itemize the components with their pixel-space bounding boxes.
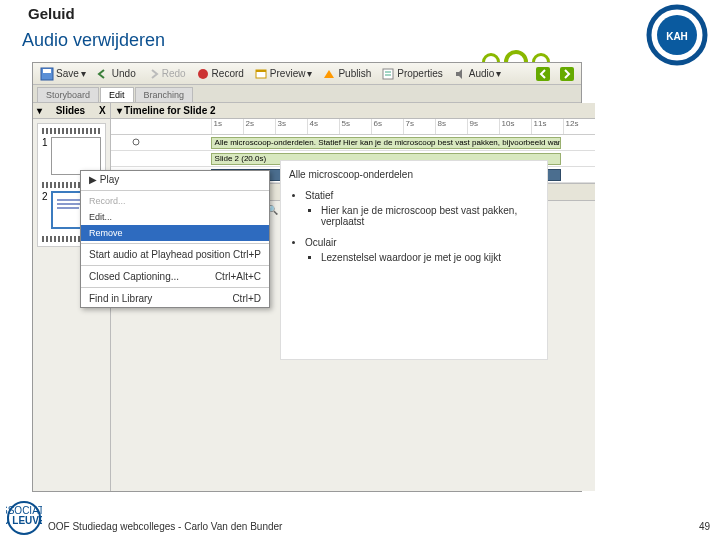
svg-rect-7 bbox=[256, 70, 266, 72]
tab-branching[interactable]: Branching bbox=[135, 87, 194, 102]
association-logo: ASSOCIATIEKU LEUVEN bbox=[6, 500, 42, 536]
tab-storyboard[interactable]: Storyboard bbox=[37, 87, 99, 102]
menu-find-library[interactable]: Find in LibraryCtrl+D bbox=[81, 290, 269, 307]
page-title: Audio verwijderen bbox=[22, 30, 165, 51]
timeline-title: Timeline for Slide 2 bbox=[124, 105, 216, 116]
caption-clip: Alle microscoop-onderdelen. Statief Hier… bbox=[211, 137, 561, 149]
list-item: Oculair Lezenstelsel waardoor je met je … bbox=[305, 237, 539, 263]
svg-text:KU LEUVEN: KU LEUVEN bbox=[6, 515, 42, 526]
menu-record: Record... bbox=[81, 193, 269, 209]
slide-canvas: Alle microscoop-onderdelen Statief Hier … bbox=[280, 160, 548, 360]
preview-button[interactable]: Preview▾ bbox=[250, 66, 317, 82]
main-toolbar: Save▾ Undo Redo Record Preview▾ Publish … bbox=[33, 63, 581, 85]
close-icon[interactable]: X bbox=[99, 105, 106, 116]
institution-logo: KAH bbox=[622, 0, 712, 70]
undo-button[interactable]: Undo bbox=[92, 66, 140, 82]
svg-point-13 bbox=[133, 139, 139, 145]
menu-closed-captioning[interactable]: Closed Captioning...Ctrl+Alt+C bbox=[81, 268, 269, 285]
svg-rect-8 bbox=[383, 69, 393, 79]
svg-text:KAH: KAH bbox=[666, 31, 688, 42]
chevron-down-icon[interactable]: ▾ bbox=[117, 105, 122, 116]
nav-back-button[interactable] bbox=[532, 66, 554, 82]
redo-button: Redo bbox=[142, 66, 190, 82]
chevron-down-icon: ▾ bbox=[307, 68, 312, 79]
list-item: Hier kan je de microscoop best vast pakk… bbox=[321, 205, 539, 227]
list-item: Lezenstelsel waardoor je met je oog kijk… bbox=[321, 252, 539, 263]
list-item: Statief Hier kan je de microscoop best v… bbox=[305, 190, 539, 227]
caption-track[interactable]: Alle microscoop-onderdelen. Statief Hier… bbox=[111, 135, 595, 151]
audio-button[interactable]: Audio▾ bbox=[449, 66, 506, 82]
nav-fwd-button[interactable] bbox=[556, 66, 578, 82]
menu-remove[interactable]: Remove bbox=[81, 225, 269, 241]
chevron-down-icon: ▾ bbox=[81, 68, 86, 79]
chevron-down-icon[interactable]: ▾ bbox=[37, 105, 42, 116]
slide-number: 1 bbox=[42, 137, 48, 179]
svg-rect-4 bbox=[43, 69, 51, 73]
menu-edit[interactable]: Edit... bbox=[81, 209, 269, 225]
audio-context-menu: ▶ Play Record... Edit... Remove Start au… bbox=[80, 170, 270, 308]
footer-text: OOF Studiedag webcolleges - Carlo Van de… bbox=[48, 521, 282, 532]
tab-edit[interactable]: Edit bbox=[100, 87, 134, 102]
svg-point-5 bbox=[198, 69, 208, 79]
chevron-down-icon: ▾ bbox=[496, 68, 501, 79]
svg-rect-12 bbox=[560, 67, 574, 81]
eye-icon bbox=[131, 137, 141, 147]
slides-panel-title: Slides bbox=[56, 105, 85, 116]
menu-start-audio[interactable]: Start audio at Playhead positionCtrl+P bbox=[81, 246, 269, 263]
canvas-heading: Alle microscoop-onderdelen bbox=[289, 169, 539, 180]
section-label: Geluid bbox=[28, 5, 75, 22]
save-button[interactable]: Save▾ bbox=[36, 66, 90, 82]
publish-button[interactable]: Publish bbox=[318, 66, 375, 82]
menu-play[interactable]: ▶ Play bbox=[81, 171, 269, 188]
svg-rect-11 bbox=[536, 67, 550, 81]
properties-button[interactable]: Properties bbox=[377, 66, 447, 82]
time-ruler[interactable]: 1s2s3s4s5s6s7s8s9s10s11s12s bbox=[111, 119, 595, 135]
record-button[interactable]: Record bbox=[192, 66, 248, 82]
slide-number: 2 bbox=[42, 191, 48, 233]
view-tabs: Storyboard Edit Branching bbox=[33, 85, 581, 103]
page-number: 49 bbox=[699, 521, 710, 532]
